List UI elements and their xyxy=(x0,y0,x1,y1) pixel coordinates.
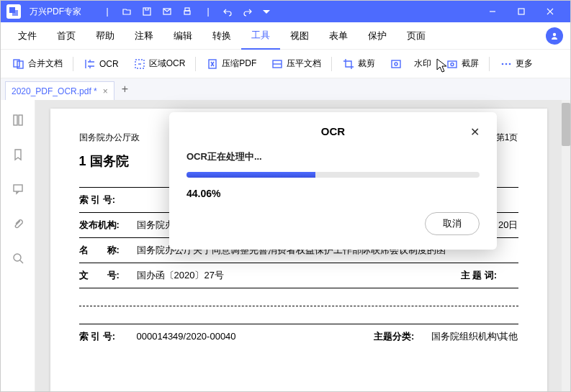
search-icon[interactable] xyxy=(11,251,25,265)
more-icon xyxy=(500,58,513,70)
watermark-icon xyxy=(390,58,403,70)
svg-rect-2 xyxy=(143,8,150,15)
mail-icon[interactable] xyxy=(162,6,174,17)
ocr-button[interactable]: OCR xyxy=(78,55,125,73)
page-number: 第1页 xyxy=(496,132,518,144)
menu-form[interactable]: 表单 xyxy=(319,22,358,50)
menu-home[interactable]: 首页 xyxy=(47,22,86,50)
svg-point-19 xyxy=(509,63,511,65)
minimize-button[interactable] xyxy=(478,1,507,22)
sidebar xyxy=(1,100,35,392)
ocr-icon xyxy=(84,58,96,70)
svg-point-7 xyxy=(553,32,556,35)
redo-icon[interactable] xyxy=(243,6,254,17)
doc-header-left: 国务院办公厅政 xyxy=(79,132,140,144)
menu-view[interactable]: 视图 xyxy=(280,22,319,50)
tabbar: 2020_PDF_OCR.pdf * × + xyxy=(1,78,570,100)
app-logo-icon xyxy=(6,4,21,19)
svg-rect-1 xyxy=(12,10,18,16)
user-avatar-icon[interactable] xyxy=(546,27,563,45)
camera-icon xyxy=(446,58,459,70)
svg-rect-13 xyxy=(392,60,400,68)
compress-icon xyxy=(206,58,219,70)
svg-rect-20 xyxy=(14,115,17,125)
menu-tools[interactable]: 工具 xyxy=(241,22,280,50)
titlebar: 万兴PDF专家 | | xyxy=(1,1,570,22)
area-ocr-button[interactable]: 区域OCR xyxy=(127,55,192,73)
flatten-button[interactable]: 压平文档 xyxy=(265,55,327,73)
compress-button[interactable]: 压缩PDF xyxy=(200,55,262,73)
scrollbar-thumb[interactable] xyxy=(562,103,570,146)
thumbnails-icon[interactable] xyxy=(11,113,25,127)
flatten-icon xyxy=(271,58,284,70)
cancel-button[interactable]: 取消 xyxy=(425,212,480,235)
progress-bar xyxy=(186,172,480,178)
close-icon[interactable]: ✕ xyxy=(470,125,480,139)
app-title: 万兴PDF专家 xyxy=(30,6,81,18)
merge-icon xyxy=(12,58,25,70)
menubar: 文件 首页 帮助 注释 编辑 转换 工具 视图 表单 保护 页面 xyxy=(1,22,570,50)
quick-access-toolbar: | | xyxy=(102,6,274,17)
menu-edit[interactable]: 编辑 xyxy=(163,22,202,50)
svg-point-14 xyxy=(395,63,397,65)
open-icon[interactable] xyxy=(122,6,133,17)
crop-icon xyxy=(342,58,355,70)
close-button[interactable] xyxy=(536,1,565,22)
toolbar: 合并文档 OCR 区域OCR 压缩PDF 压平文档 裁剪 水印 截屏 更多 xyxy=(1,50,570,78)
divider-icon: | xyxy=(202,6,214,17)
area-ocr-icon xyxy=(133,58,146,70)
attachments-icon[interactable] xyxy=(11,216,25,231)
dialog-title: OCR xyxy=(321,125,345,137)
window-controls xyxy=(478,1,565,22)
document-tab[interactable]: 2020_PDF_OCR.pdf * × xyxy=(5,81,114,100)
maximize-button[interactable] xyxy=(507,1,536,22)
print-icon[interactable] xyxy=(182,6,194,17)
svg-rect-6 xyxy=(518,9,524,14)
svg-rect-5 xyxy=(185,8,189,11)
svg-point-23 xyxy=(14,254,21,261)
ocr-progress-dialog: OCR ✕ OCR正在处理中... 44.06% 取消 xyxy=(169,112,497,250)
svg-rect-21 xyxy=(19,115,22,125)
divider-icon: | xyxy=(102,6,113,17)
add-tab-button[interactable]: + xyxy=(114,83,135,96)
progress-status: OCR正在处理中... xyxy=(186,150,480,163)
comments-icon[interactable] xyxy=(11,182,25,196)
watermark-button[interactable]: 水印 xyxy=(384,55,437,73)
undo-icon[interactable] xyxy=(222,6,234,17)
tab-close-icon[interactable]: × xyxy=(103,86,108,96)
progress-percent: 44.06% xyxy=(186,188,480,199)
save-icon[interactable] xyxy=(142,6,153,17)
svg-point-16 xyxy=(451,63,454,65)
vertical-scrollbar[interactable] xyxy=(562,100,570,392)
svg-point-18 xyxy=(505,63,508,65)
menu-page[interactable]: 页面 xyxy=(397,22,436,50)
more-button[interactable]: 更多 xyxy=(494,55,539,73)
menu-protect[interactable]: 保护 xyxy=(358,22,397,50)
svg-rect-4 xyxy=(184,11,190,14)
svg-rect-15 xyxy=(448,61,457,68)
menu-help[interactable]: 帮助 xyxy=(86,22,125,50)
tab-title: 2020_PDF_OCR.pdf * xyxy=(12,86,97,96)
screenshot-button[interactable]: 截屏 xyxy=(440,55,485,73)
svg-point-17 xyxy=(502,63,504,65)
svg-rect-22 xyxy=(14,185,22,191)
crop-button[interactable]: 裁剪 xyxy=(336,55,381,73)
bookmark-icon[interactable] xyxy=(11,147,25,162)
menu-annotate[interactable]: 注释 xyxy=(125,22,163,50)
menu-file[interactable]: 文件 xyxy=(8,22,47,50)
dropdown-icon[interactable] xyxy=(263,6,274,17)
merge-button[interactable]: 合并文档 xyxy=(6,55,68,73)
menu-convert[interactable]: 转换 xyxy=(202,22,241,50)
